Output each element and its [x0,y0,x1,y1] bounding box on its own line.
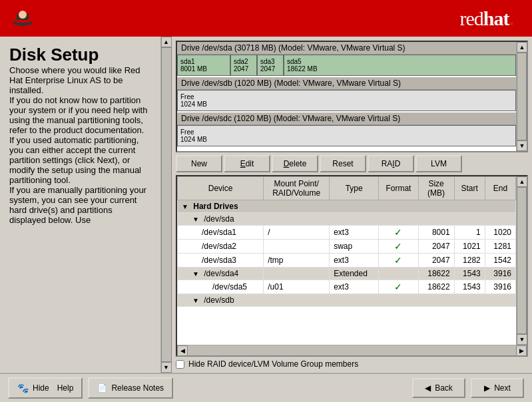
release-notes-icon: 📄 [97,383,107,393]
col-end: End [485,177,515,200]
next-button[interactable]: ▶ Next [471,378,524,398]
back-button[interactable]: ◀ Back [412,378,465,398]
col-size: Size(MB) [418,177,454,200]
back-label: Back [435,383,453,393]
drive-sdc-header: Drive /dev/sdc (1020 MB) (Model: VMware,… [177,112,516,125]
drive-sda-header: Drive /dev/sda (30718 MB) (Model: VMware… [177,42,516,55]
delete-button[interactable]: Delete [272,155,318,172]
release-notes-label: Release Notes [111,383,164,393]
table-row[interactable]: ▼ Hard Drives [178,200,516,213]
new-button[interactable]: New [176,155,222,172]
edit-button[interactable]: EEditdit [224,155,270,172]
reset-button[interactable]: Reset [320,155,366,172]
hide-button[interactable]: 🐾 Hide Help [8,377,83,399]
description-1: Choose where you would like Red Hat Ente… [9,65,151,95]
table-row[interactable]: ▼ /dev/sda4 Extended 18622 1543 3916 [178,268,516,280]
hscroll-track [188,345,516,356]
col-format: Format [379,177,418,200]
table-row[interactable]: ▼ /dev/sda [178,213,516,226]
table-row[interactable]: /dev/sda2 swap ✓ 2047 1021 1281 [178,240,516,254]
table-hscroll: ◀ ▶ [177,345,527,355]
sda5-cell: sda518622 MB [284,55,516,76]
description-4: If you are manually partitioning your sy… [9,185,151,225]
hide-icon: 🐾 [17,383,29,393]
col-device: Device [178,177,264,200]
footer-nav-buttons: ◀ Back ▶ Next [412,378,524,398]
table-row[interactable]: /dev/sda5 /u01 ext3 ✓ 18622 1543 3916 [178,280,516,294]
footer-left-buttons: 🐾 Hide Help 📄 Release Notes [8,377,173,399]
drive-sdc-block: Drive /dev/sdc (1020 MB) (Model: VMware,… [177,112,516,146]
drive-sda-block: Drive /dev/sda (30718 MB) (Model: VMware… [177,42,516,76]
hide-label: Hide [33,383,49,393]
sdc-free-cell: Free1024 MB [177,125,516,146]
col-start: Start [454,177,485,200]
disk-scroll-up[interactable]: ▲ [517,42,527,53]
table-scroll-down[interactable]: ▼ [517,334,527,345]
scroll-down-btn[interactable]: ▼ [161,362,172,373]
next-label: Next [494,383,511,393]
sda3-cell: sda32047 [257,55,284,76]
svg-point-4 [19,11,27,19]
disk-scroll-down[interactable]: ▼ [517,140,527,151]
sdb-free-cell: Free1024 MB [177,90,516,111]
table-row[interactable]: ▼ /dev/sdb [178,294,516,307]
back-icon: ◀ [425,383,431,393]
hide-raid-label: Hide RAID device/LVM Volume Group member… [188,359,358,369]
release-notes-button[interactable]: 📄 Release Notes [88,377,173,399]
scroll-track-left [161,47,172,362]
table-scroll-up[interactable]: ▲ [517,176,527,187]
raid-button[interactable]: RAID [368,155,414,172]
footer: 🐾 Hide Help 📄 Release Notes ◀ Back ▶ Nex… [0,373,532,402]
svg-rect-3 [15,20,30,23]
hscroll-left-btn[interactable]: ◀ [177,345,188,356]
lvm-button[interactable]: LVM [415,155,462,172]
table-scroll-track [517,187,527,334]
drive-sdb-block: Drive /dev/sdb (1020 MB) (Model: VMware,… [177,77,516,111]
sda2-cell: sda22047 [230,55,257,76]
description-3: If you used automatic partitioning, you … [9,135,151,185]
hide-raid-row: Hide RAID device/LVM Volume Group member… [176,357,528,371]
description-2: If you do not know how to partition your… [9,95,151,135]
drive-sdb-header: Drive /dev/sdb (1020 MB) (Model: VMware,… [177,77,516,90]
table-row[interactable]: /dev/sda1 / ext3 ✓ 8001 1 1020 [178,226,516,240]
next-icon: ▶ [484,383,490,393]
hscroll-right-btn[interactable]: ▶ [516,345,527,356]
redhat-logo-text: redhat. [460,7,514,30]
partition-table: Device Mount Point/RAID/Volume Type Form… [177,176,516,307]
table-row[interactable]: /dev/sda3 /tmp ext3 ✓ 2047 1282 1542 [178,254,516,268]
col-mount: Mount Point/RAID/Volume [264,177,330,200]
help-label: Help [57,383,74,393]
hide-raid-checkbox[interactable] [176,360,184,369]
scroll-up-btn[interactable]: ▲ [161,37,172,47]
partition-table-container: Device Mount Point/RAID/Volume Type Form… [176,175,528,357]
redhat-logo-icon [8,4,37,33]
toolbar: New EEditdit Delete Reset RAID LVM [176,155,528,172]
page-title: Disk Setup [9,45,151,65]
disk-scroll-track [517,53,527,140]
col-type: Type [330,177,379,200]
sda1-cell: sda18001 MB [177,55,230,76]
